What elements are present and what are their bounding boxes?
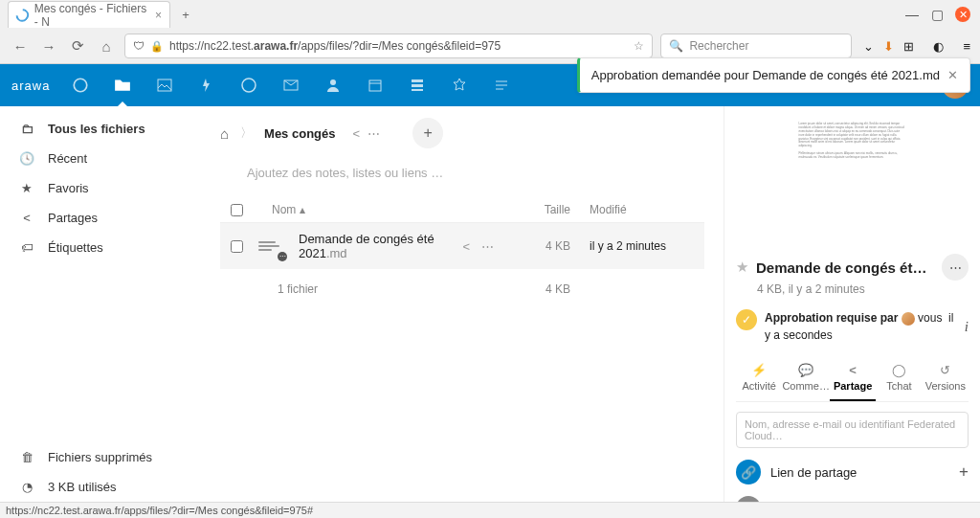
- svg-rect-7: [412, 79, 423, 82]
- app-contacts-icon[interactable]: [320, 64, 346, 106]
- more-icon: ⋯: [736, 496, 761, 502]
- app-logo[interactable]: arawa: [11, 79, 50, 93]
- app-deck-icon[interactable]: [404, 64, 431, 106]
- breadcrumb-home-icon[interactable]: ⌂: [220, 125, 229, 142]
- url-input[interactable]: 🛡 🔒 https://nc22.test.arawa.fr/apps/file…: [124, 34, 653, 58]
- window-maximize-icon[interactable]: ▢: [930, 8, 944, 21]
- new-file-button[interactable]: +: [412, 118, 443, 148]
- file-row[interactable]: ⋯ Demande de congés été 2021.md < ⋯ 4 KB…: [220, 223, 704, 269]
- versions-icon: ↺: [923, 363, 969, 377]
- new-tab-button[interactable]: +: [176, 5, 195, 24]
- nav-recent[interactable]: 🕓Récent: [0, 144, 200, 173]
- breadcrumb-share-icon[interactable]: <: [352, 126, 360, 141]
- sidebar-more-button[interactable]: ⋯: [942, 254, 969, 281]
- gauge-icon: ◔: [19, 480, 34, 494]
- app-files-icon[interactable]: [109, 64, 136, 106]
- approval-info-icon[interactable]: i: [965, 319, 969, 335]
- bookmark-star-icon[interactable]: ☆: [634, 39, 644, 53]
- nav-reload-button[interactable]: ⟳: [67, 35, 88, 56]
- select-all-checkbox[interactable]: [231, 204, 243, 216]
- app-mail-icon[interactable]: [278, 64, 304, 106]
- breadcrumb-current[interactable]: Mes congés: [264, 126, 335, 141]
- row-checkbox[interactable]: [231, 240, 243, 253]
- nav-tags[interactable]: 🏷Étiquettes: [0, 233, 200, 262]
- share-row-label: Lien de partage: [770, 465, 857, 480]
- nav-back-button[interactable]: ←: [10, 35, 31, 56]
- window-close-icon[interactable]: ✕: [955, 7, 970, 22]
- file-size: 4 KB: [503, 239, 570, 253]
- approval-pending-badge-icon: ⋯: [278, 252, 287, 261]
- nav-forward-button[interactable]: →: [38, 35, 59, 56]
- nav-home-button[interactable]: ⌂: [96, 35, 117, 56]
- nav-label: Fichiers supprimés: [48, 450, 152, 464]
- nav-all-files[interactable]: 🗀Tous les fichiers: [0, 114, 200, 144]
- nav-quota: ◔3 KB utilisés: [0, 472, 200, 502]
- tab-title: Mes congés - Fichiers - N: [34, 2, 149, 29]
- app-switcher: [67, 64, 515, 106]
- sidebar-filename: Demande de congés été 2021....: [756, 259, 934, 276]
- comment-icon: 💬: [782, 363, 830, 377]
- app-calendar-icon[interactable]: [362, 64, 389, 106]
- add-share-link-icon[interactable]: +: [959, 462, 969, 482]
- pocket-icon[interactable]: ⌄: [863, 39, 874, 54]
- tab-favicon: [13, 6, 32, 24]
- file-modified: il y a 2 minutes: [570, 239, 704, 253]
- breadcrumb-more-icon[interactable]: ⋯: [368, 126, 380, 141]
- nav-deleted[interactable]: 🗑Fichiers supprimés: [0, 442, 200, 472]
- tab-versions[interactable]: ↺Versions: [923, 357, 969, 401]
- nav-shares[interactable]: <Partages: [0, 203, 200, 233]
- file-list-header: Nom ▴ Taille Modifié: [220, 197, 704, 223]
- tab-chat[interactable]: ◯Tchat: [876, 357, 922, 401]
- ext-icon-1[interactable]: ⊞: [903, 39, 914, 54]
- file-list-area: ⌂ 〉 Mes congés < ⋯ + Ajoutez des notes, …: [201, 106, 724, 502]
- tab-activity[interactable]: ⚡Activité: [736, 357, 782, 401]
- browser-search-input[interactable]: 🔍 Rechercher: [660, 34, 852, 58]
- approval-pending-icon: ✓: [736, 309, 757, 330]
- tab-share[interactable]: <Partage: [830, 357, 876, 401]
- favorite-star-icon[interactable]: ★: [736, 259, 748, 276]
- share-search-input[interactable]: Nom, adresse e-mail ou identifiant Feder…: [736, 412, 969, 448]
- app-approval-icon[interactable]: [446, 64, 473, 106]
- svg-rect-8: [412, 84, 423, 87]
- download-icon[interactable]: ⬇: [883, 39, 894, 54]
- window-controls: — ▢ ✕: [905, 7, 980, 22]
- tab-comments[interactable]: 💬Comme…: [782, 357, 830, 401]
- toast-close-icon[interactable]: ✕: [947, 68, 958, 82]
- svg-rect-1: [158, 79, 171, 91]
- browser-tab[interactable]: Mes congés - Fichiers - N ×: [8, 1, 170, 28]
- svg-point-4: [330, 79, 336, 85]
- file-name[interactable]: Demande de congés été 2021.md: [285, 232, 462, 260]
- chat-icon: ◯: [876, 363, 922, 377]
- share-link-row[interactable]: 🔗 Lien de partage +: [736, 460, 969, 484]
- summary-size: 4 KB: [503, 282, 570, 296]
- tab-close-icon[interactable]: ×: [155, 9, 162, 22]
- browser-menu-icon[interactable]: ≡: [963, 39, 970, 54]
- share-others-row[interactable]: ⋯ Autres utilisateurs ayant accès: [736, 496, 969, 502]
- column-name[interactable]: Nom ▴: [253, 203, 503, 216]
- app-notes-icon[interactable]: [488, 64, 515, 106]
- app-dashboard-icon[interactable]: [67, 64, 94, 106]
- app-talk-icon[interactable]: [235, 64, 262, 106]
- browser-tabbar: Mes congés - Fichiers - N × + — ▢ ✕: [0, 0, 980, 29]
- column-modified[interactable]: Modifié: [570, 203, 704, 216]
- row-more-icon[interactable]: ⋯: [481, 239, 494, 254]
- window-minimize-icon[interactable]: —: [905, 8, 919, 21]
- nav-favorites[interactable]: ★Favoris: [0, 173, 200, 203]
- nav-label: Récent: [48, 151, 87, 166]
- link-icon: 🔗: [736, 460, 761, 484]
- app-activity-icon[interactable]: [193, 64, 220, 106]
- shield-icon: 🛡: [133, 39, 145, 53]
- svg-rect-5: [369, 80, 381, 91]
- nav-label: 3 KB utilisés: [48, 480, 117, 494]
- row-share-icon[interactable]: <: [462, 239, 470, 254]
- ext-icon-2[interactable]: ◐: [933, 39, 944, 54]
- sidebar-title-row: ★ Demande de congés été 2021.... ⋯: [736, 254, 969, 281]
- svg-point-0: [75, 79, 88, 92]
- sort-asc-icon: ▴: [300, 203, 305, 216]
- trash-icon: 🗑: [19, 450, 34, 464]
- svg-point-2: [242, 79, 256, 92]
- column-size[interactable]: Taille: [503, 203, 570, 216]
- folder-notes-input[interactable]: Ajoutez des notes, listes ou liens …: [220, 150, 704, 197]
- activity-icon: ⚡: [736, 363, 782, 377]
- app-photos-icon[interactable]: [151, 64, 178, 106]
